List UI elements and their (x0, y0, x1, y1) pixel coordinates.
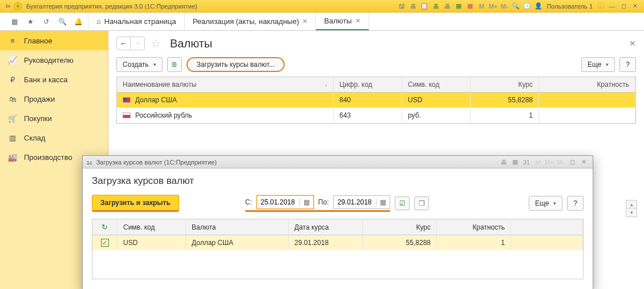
sidebar-item-label: Склад (24, 134, 46, 142)
from-label: С: (245, 198, 252, 206)
dialog-restore[interactable]: ◻ (566, 158, 578, 166)
scroll-down[interactable]: ▾ (626, 208, 637, 216)
time-icon[interactable]: 🕓 (521, 2, 533, 11)
create-button[interactable]: Создать (116, 57, 163, 72)
date-from-input[interactable]: ▦ (257, 195, 314, 209)
zoom-mminus[interactable]: M- (499, 2, 510, 11)
calc-icon[interactable]: ▦ (453, 2, 464, 11)
calendar-icon[interactable]: ▦ (464, 2, 476, 11)
col-num[interactable]: Цифр. код (334, 77, 402, 92)
info-icon[interactable]: ⓘ (595, 2, 606, 11)
tab-currencies[interactable]: Валюты ✕ (316, 13, 368, 30)
row-checkbox[interactable]: ✓ (101, 239, 109, 247)
nav-back[interactable]: ← (117, 37, 131, 50)
logo-1c-icon: 1c (87, 159, 92, 165)
more-button-label: Еще (588, 61, 601, 69)
print3-icon[interactable]: 🖶 (442, 2, 453, 11)
col-mult[interactable]: Кратность (539, 77, 635, 92)
window-restore[interactable]: ◻ (618, 2, 629, 11)
col-sym[interactable]: Симв. код (402, 77, 471, 92)
sidebar-item-warehouse[interactable]: ▥Склад (0, 128, 108, 147)
load-rates-button[interactable]: Загрузить курсы валют... (187, 57, 285, 72)
save-icon[interactable]: 🖫 (396, 2, 407, 11)
load-rates-dialog: 1c Загрузка курсов валют (1С:Предприятие… (82, 155, 593, 289)
app-title: Бухгалтерия предприятия, редакция 3.0 (1… (26, 3, 197, 10)
user-name[interactable]: Пользователь 1 (546, 3, 593, 10)
refresh-button[interactable]: 🗎 (167, 57, 182, 72)
page-title: Валюты (170, 37, 212, 50)
copy-button[interactable]: ❐ (414, 196, 429, 210)
calendar-icon[interactable]: ▦ (299, 198, 313, 206)
magnifier-icon[interactable]: 🔍 (510, 2, 521, 11)
tab-realization[interactable]: Реализация (акты, накладные) ✕ (185, 13, 317, 30)
sidebar-item-purchases[interactable]: 🛒Покупки (0, 109, 108, 128)
date-to-input[interactable]: ▦ (333, 195, 390, 209)
help-button[interactable]: ? (619, 57, 636, 72)
dropdown-icon[interactable]: ▾ (14, 2, 22, 10)
load-rates-label: Загрузить курсы валют... (197, 61, 275, 69)
to-label: По: (318, 198, 329, 206)
cell-val: Доллар США (186, 235, 289, 250)
dialog-close[interactable]: ✕ (578, 158, 589, 166)
table-row[interactable]: ✓ USD Доллар США 29.01.2018 55,8288 1 (92, 235, 583, 250)
more-button[interactable]: Еще (581, 57, 615, 72)
bell-icon[interactable]: 🔔 (73, 17, 83, 27)
zoom-m[interactable]: M (476, 2, 487, 11)
tab-currencies-label: Валюты (324, 17, 351, 25)
page-close[interactable]: ✕ (629, 39, 636, 48)
print-icon[interactable]: 🖶 (407, 2, 419, 11)
history-icon[interactable]: ↺ (41, 17, 51, 27)
nav-forward[interactable]: → (131, 37, 144, 50)
window-close[interactable]: ✕ (629, 2, 641, 11)
sidebar-item-sales[interactable]: 🛍Продажи (0, 89, 108, 109)
factory-icon: 🏭 (8, 152, 17, 162)
table-row[interactable]: Российский рубль 643 руб. 1 (117, 108, 635, 123)
favorite-star-icon[interactable]: ☆ (151, 37, 161, 50)
tab-home[interactable]: ⌂ Начальная страница (88, 13, 185, 30)
tab-realization-label: Реализация (акты, накладные) (193, 17, 299, 26)
print2-icon[interactable]: 🖶 (430, 2, 442, 11)
apps-icon[interactable]: ▦ (9, 17, 19, 27)
star-icon[interactable]: ★ (25, 17, 35, 27)
date-from-field[interactable] (257, 198, 299, 206)
cell-rate: 55,8288 (471, 93, 539, 107)
load-and-close-button[interactable]: Загрузить и закрыть (92, 195, 179, 212)
zoom-m[interactable]: M (532, 159, 544, 166)
col-check[interactable]: ↻ (92, 219, 118, 235)
col-date[interactable]: Дата курса (289, 219, 363, 235)
dialog-title: Загрузка курсов валют (92, 175, 584, 187)
print-icon[interactable]: 🖶 (498, 159, 509, 166)
zoom-mplus[interactable]: M+ (487, 2, 499, 11)
col-mult[interactable]: Кратность (437, 219, 511, 235)
col-rate[interactable]: Курс (471, 77, 539, 92)
calc-icon[interactable]: ▦ (509, 158, 521, 166)
scroll-up[interactable]: ▴ (626, 200, 637, 208)
table-row[interactable]: Доллар США 840 USD 55,8288 (117, 93, 635, 108)
sidebar-item-label: Главное (24, 37, 52, 45)
sidebar-item-main[interactable]: ≡Главное (0, 31, 108, 50)
cell-rate: 55,8288 (363, 235, 437, 250)
dialog-more-button[interactable]: Еще (529, 196, 562, 211)
date-to-field[interactable] (334, 198, 376, 206)
col-sym[interactable]: Симв. код (118, 219, 186, 235)
col-name[interactable]: Наименование валюты↓ (117, 77, 334, 92)
cell-num: 840 (334, 93, 402, 107)
close-icon[interactable]: ✕ (302, 18, 307, 25)
zoom-mplus[interactable]: M+ (544, 159, 555, 166)
calendar-icon[interactable]: 31 (521, 159, 532, 166)
sidebar-item-bank[interactable]: ₽Банк и касса (0, 70, 108, 89)
window-minimize[interactable]: — (606, 2, 618, 11)
col-rate[interactable]: Курс (363, 219, 437, 235)
sidebar-item-director[interactable]: 📈Руководителю (0, 50, 108, 70)
col-val[interactable]: Валюта (186, 219, 289, 235)
clipboard-icon[interactable]: 📋 (419, 2, 430, 11)
check-all-button[interactable]: ☑ (395, 196, 410, 210)
sidebar-item-label: Руководителю (24, 56, 74, 65)
cell-rate: 1 (471, 108, 539, 123)
dialog-win-title: Загрузка курсов валют (1С:Предприятие) (96, 159, 217, 166)
dialog-help-button[interactable]: ? (567, 196, 584, 211)
calendar-icon[interactable]: ▦ (376, 198, 390, 206)
search-icon[interactable]: 🔍 (57, 17, 67, 27)
zoom-mminus[interactable]: M- (555, 159, 566, 166)
close-icon[interactable]: ✕ (355, 17, 361, 25)
